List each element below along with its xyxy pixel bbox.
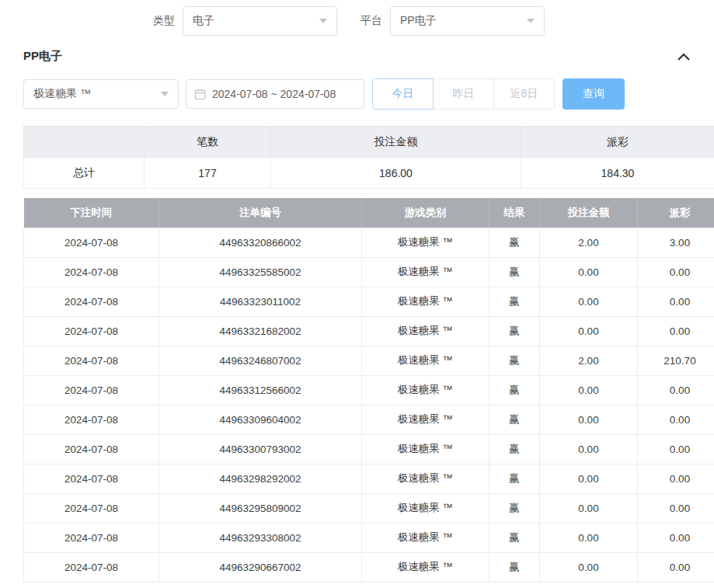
table-cell: 赢 [489,523,540,552]
chevron-down-icon [161,92,169,96]
table-row: 2024-07-0844963325585002极速糖果 ™赢0.000.00 [24,257,714,287]
table-cell: 赢 [489,434,540,464]
table-cell: 2024-07-08 [24,434,159,464]
type-select-value: 电子 [193,14,214,28]
table-cell: 极速糖果 ™ [362,493,489,523]
table-cell: 2024-07-08 [24,375,159,405]
table-row: 2024-07-0844963298292002极速糖果 ™赢0.000.00 [24,464,714,493]
date-range-input[interactable]: 2024-07-08 ~ 2024-07-08 [186,79,364,109]
table-cell: 44963295809002 [159,493,362,523]
summary-header-row: 笔数投注金额派彩 [24,127,714,158]
type-label: 类型 [153,14,175,28]
table-cell: 0.00 [540,493,638,523]
table-cell: 赢 [489,405,540,434]
table-cell: 44963325585002 [159,257,362,287]
table-cell: 极速糖果 ™ [362,464,489,493]
table-cell: 极速糖果 ™ [362,316,489,346]
table-row: 2024-07-0844963312566002极速糖果 ™赢0.000.00 [24,375,714,405]
table-cell: 极速糖果 ™ [362,346,489,375]
table-cell: 赢 [489,346,540,375]
table-cell: 0.00 [638,405,714,434]
table-cell: 0.00 [638,287,714,316]
table-cell: 极速糖果 ™ [362,405,489,434]
last-8-days-button[interactable]: 近8日 [493,78,555,110]
today-button[interactable]: 今日 [372,78,434,110]
platform-select[interactable]: PP电子 [390,6,545,36]
chevron-down-icon [527,19,535,23]
table-cell: 0.00 [638,552,714,582]
table-cell: 44963309604002 [159,405,362,434]
table-cell: 赢 [489,287,540,316]
yesterday-button[interactable]: 昨日 [433,78,494,110]
table-cell: 极速糖果 ™ [362,375,489,405]
table-cell: 2024-07-08 [24,552,159,582]
table-cell: 0.00 [540,375,638,405]
table-cell: 赢 [489,493,540,523]
table-row: 2024-07-0844963293308002极速糖果 ™赢0.000.00 [24,523,714,552]
table-row: 2024-07-0844963290667002极速糖果 ™赢0.000.00 [24,552,714,582]
game-select-value: 极速糖果 ™ [33,87,91,101]
bet-column-header: 下注时间 [24,198,159,228]
bet-column-header: 投注金额 [540,198,638,228]
table-row: 2024-07-0844963246807002极速糖果 ™赢2.00210.7… [24,346,714,375]
bet-table-body: 2024-07-0844963320866002极速糖果 ™赢2.003.002… [24,228,714,582]
table-cell: 44963321682002 [159,316,362,346]
table-cell: 44963300793002 [159,434,362,464]
table-cell: 44963290667002 [159,552,362,582]
summary-count: 177 [145,158,271,189]
table-row: 2024-07-0844963323011002极速糖果 ™赢0.000.00 [24,287,714,316]
table-cell: 2024-07-08 [24,346,159,375]
table-cell: 0.00 [540,434,638,464]
summary-bet-amount: 186.00 [271,158,521,189]
query-button[interactable]: 查询 [562,78,625,110]
table-cell: 0.00 [638,464,714,493]
table-cell: 44963298292002 [159,464,362,493]
table-cell: 44963320866002 [159,228,362,257]
table-cell: 2.00 [540,346,638,375]
table-row: 2024-07-0844963309604002极速糖果 ™赢0.000.00 [24,405,714,434]
calendar-icon [194,89,206,100]
summary-column-header: 笔数 [145,127,271,158]
table-cell: 赢 [489,552,540,582]
table-cell: 2024-07-08 [24,287,159,316]
bet-column-header: 注单编号 [159,198,362,228]
section-title: PP电子 [23,49,62,64]
table-cell: 0.00 [638,523,714,552]
top-filter-bar: 类型 电子 平台 PP电子 [0,0,714,37]
type-select[interactable]: 电子 [183,6,337,36]
table-cell: 赢 [489,316,540,346]
summary-column-header [24,127,145,158]
table-cell: 0.00 [540,464,638,493]
bet-table-header-row: 下注时间注单编号游戏类别结果投注金额派彩 [24,198,714,228]
chevron-down-icon [319,19,327,23]
table-cell: 极速糖果 ™ [362,552,489,582]
summary-column-header: 投注金额 [271,127,521,158]
game-select[interactable]: 极速糖果 ™ [23,79,179,109]
table-cell: 赢 [489,464,540,493]
summary-total-label: 总计 [24,158,145,189]
platform-label: 平台 [360,14,382,28]
table-cell: 极速糖果 ™ [362,228,489,257]
table-cell: 2024-07-08 [24,464,159,493]
summary-payout: 184.30 [521,158,714,189]
table-row: 2024-07-0844963295809002极速糖果 ™赢0.000.00 [24,493,714,523]
table-cell: 3.00 [638,228,714,257]
table-cell: 0.00 [540,405,638,434]
summary-table: 笔数投注金额派彩 总计 177 186.00 184.30 [23,126,714,189]
bet-column-header: 派彩 [638,198,714,228]
table-cell: 0.00 [638,493,714,523]
table-cell: 0.00 [540,316,638,346]
table-row: 2024-07-0844963300793002极速糖果 ™赢0.000.00 [24,434,714,464]
table-cell: 2024-07-08 [24,493,159,523]
table-row: 2024-07-0844963320866002极速糖果 ™赢2.003.00 [24,228,714,257]
table-cell: 2024-07-08 [24,228,159,257]
date-range-value: 2024-07-08 ~ 2024-07-08 [212,88,336,100]
bet-column-header: 游戏类别 [362,198,489,228]
chevron-up-icon[interactable] [677,52,691,61]
table-cell: 赢 [489,375,540,405]
controls-row: 极速糖果 ™ 2024-07-08 ~ 2024-07-08 今日昨日近8日 查… [23,78,691,110]
bet-records-table: 下注时间注单编号游戏类别结果投注金额派彩 2024-07-08449633208… [23,198,714,583]
table-cell: 赢 [489,228,540,257]
table-cell: 0.00 [638,316,714,346]
table-cell: 0.00 [540,287,638,316]
